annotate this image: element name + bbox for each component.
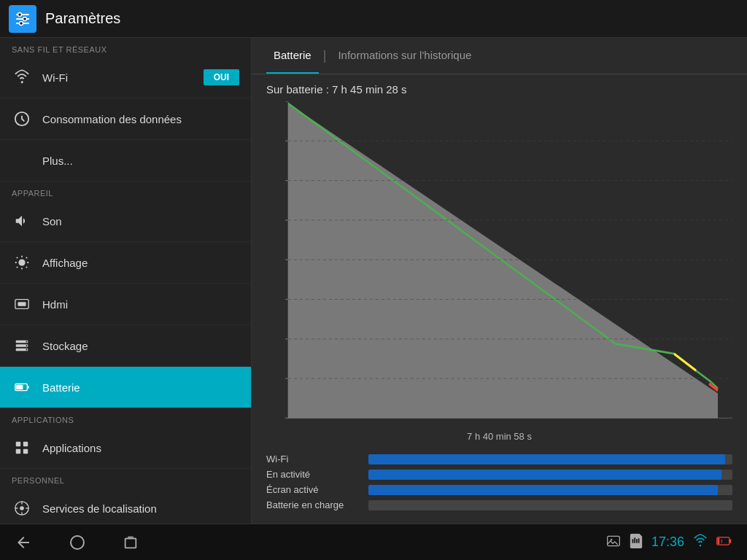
chart-time-label: 7 h 40 min 58 s xyxy=(266,428,732,448)
hdmi-label: Hdmi xyxy=(42,298,68,311)
main-layout: SANS FIL ET RÉSEAUX Wi-Fi OUI xyxy=(0,38,747,524)
usage-bar-track-ecran xyxy=(368,485,732,495)
affichage-label: Affichage xyxy=(42,257,88,269)
section-header-networks: SANS FIL ET RÉSEAUX xyxy=(0,38,251,57)
chart-area: Sur batterie : 7 h 45 min 28 s xyxy=(252,74,747,448)
usage-bar-fill-ecran xyxy=(368,485,718,495)
usage-bar-fill-activite xyxy=(368,470,721,480)
gallery-icon xyxy=(606,534,621,551)
svg-point-3 xyxy=(18,12,22,16)
tab-separator: | xyxy=(323,48,327,63)
svg-point-24 xyxy=(20,506,24,510)
tab-bar: Batterie | Informations sur l'historique xyxy=(252,38,747,74)
localisation-label: Services de localisation xyxy=(42,502,157,515)
data-icon xyxy=(12,109,32,129)
svg-rect-18 xyxy=(16,385,23,389)
usage-label-activite: En activité xyxy=(266,469,368,480)
svg-point-14 xyxy=(26,345,28,346)
battery-icon xyxy=(12,377,32,397)
usage-row-ecran: Écran activé xyxy=(266,484,732,495)
svg-point-5 xyxy=(20,21,23,25)
svg-rect-59 xyxy=(638,538,640,542)
nav-buttons xyxy=(15,534,139,551)
stockage-label: Stockage xyxy=(42,340,88,352)
battery-chart-wrapper xyxy=(266,101,732,428)
sidebar-item-stockage[interactable]: Stockage xyxy=(0,325,251,367)
hdmi-icon xyxy=(12,294,32,314)
svg-point-13 xyxy=(26,341,28,343)
svg-point-7 xyxy=(18,259,25,265)
sidebar: SANS FIL ET RÉSEAUX Wi-Fi OUI xyxy=(0,38,252,524)
status-wifi-icon xyxy=(693,534,708,551)
sidebar-item-affichage[interactable]: Affichage xyxy=(0,242,251,284)
wifi-toggle[interactable]: OUI xyxy=(204,69,239,85)
sidebar-item-batterie[interactable]: Batterie xyxy=(0,367,251,408)
usage-label-wifi: Wi-Fi xyxy=(266,454,368,464)
apps-icon xyxy=(12,438,32,458)
svg-point-4 xyxy=(23,17,27,20)
svg-rect-61 xyxy=(729,539,732,542)
svg-rect-58 xyxy=(636,539,638,542)
applications-label: Applications xyxy=(42,442,101,454)
recents-button[interactable] xyxy=(123,534,139,551)
display-icon xyxy=(12,252,32,273)
back-button[interactable] xyxy=(15,534,32,551)
svg-rect-9 xyxy=(18,302,26,306)
section-header-apps: APPLICATIONS xyxy=(0,408,251,427)
clock: 17:36 xyxy=(651,534,684,550)
sidebar-item-wifi[interactable]: Wi-Fi OUI xyxy=(0,57,251,98)
sidebar-item-localisation[interactable]: Services de localisation xyxy=(0,488,251,524)
usage-bar-track-wifi xyxy=(368,454,732,464)
usage-label-ecran: Écran activé xyxy=(266,484,368,495)
battery-status-icon: ! xyxy=(716,534,732,551)
svg-rect-22 xyxy=(23,449,28,454)
sound-icon xyxy=(12,211,32,231)
home-button[interactable] xyxy=(69,534,86,551)
tab-batterie[interactable]: Batterie xyxy=(266,38,319,74)
content-area: Batterie | Informations sur l'historique… xyxy=(252,38,747,524)
data-label: Consommation des données xyxy=(42,113,182,125)
usage-row-activite: En activité xyxy=(266,469,732,480)
usage-label-charge: Batterie en charge xyxy=(266,499,368,510)
svg-rect-62 xyxy=(718,537,720,543)
tab-historique[interactable]: Informations sur l'historique xyxy=(330,38,479,74)
usage-row-charge: Batterie en charge xyxy=(266,499,732,510)
sidebar-item-data[interactable]: Consommation des données xyxy=(0,98,251,140)
svg-point-51 xyxy=(71,536,84,549)
sidebar-item-applications[interactable]: Applications xyxy=(0,427,251,469)
more-label: Plus... xyxy=(42,155,73,167)
svg-rect-21 xyxy=(16,449,20,454)
page-title: Paramètres xyxy=(45,10,120,27)
svg-text:!: ! xyxy=(721,538,723,545)
sidebar-item-hdmi[interactable]: Hdmi xyxy=(0,284,251,325)
location-icon xyxy=(12,498,32,518)
battery-time: Sur batterie : 7 h 45 min 28 s xyxy=(266,83,732,96)
app-icon xyxy=(9,5,36,33)
sd-card-icon xyxy=(630,534,643,551)
battery-chart xyxy=(266,101,732,428)
section-header-personnel: PERSONNEL xyxy=(0,469,251,488)
more-icon xyxy=(12,150,32,171)
son-label: Son xyxy=(42,215,62,228)
wifi-label: Wi-Fi xyxy=(42,71,68,84)
svg-point-15 xyxy=(26,349,28,351)
svg-rect-57 xyxy=(634,537,635,542)
svg-rect-20 xyxy=(23,442,28,446)
svg-rect-52 xyxy=(125,538,136,548)
wifi-icon xyxy=(12,67,32,88)
usage-row-wifi: Wi-Fi xyxy=(266,454,732,464)
status-bar: 17:36 ! xyxy=(606,534,732,551)
svg-rect-17 xyxy=(27,386,28,389)
svg-rect-56 xyxy=(632,539,633,542)
bottombar: 17:36 ! xyxy=(0,524,747,560)
usage-bar-track-charge xyxy=(368,500,732,510)
usage-bars: Wi-Fi En activité Écran activé Batterie … xyxy=(252,448,747,524)
svg-rect-19 xyxy=(16,442,20,446)
storage-icon xyxy=(12,335,32,356)
usage-bar-track-activite xyxy=(368,470,732,480)
svg-point-55 xyxy=(611,539,613,541)
section-header-device: APPAREIL xyxy=(0,182,251,201)
batterie-label: Batterie xyxy=(42,381,80,394)
sidebar-item-more[interactable]: Plus... xyxy=(0,140,251,182)
sidebar-item-son[interactable]: Son xyxy=(0,201,251,242)
